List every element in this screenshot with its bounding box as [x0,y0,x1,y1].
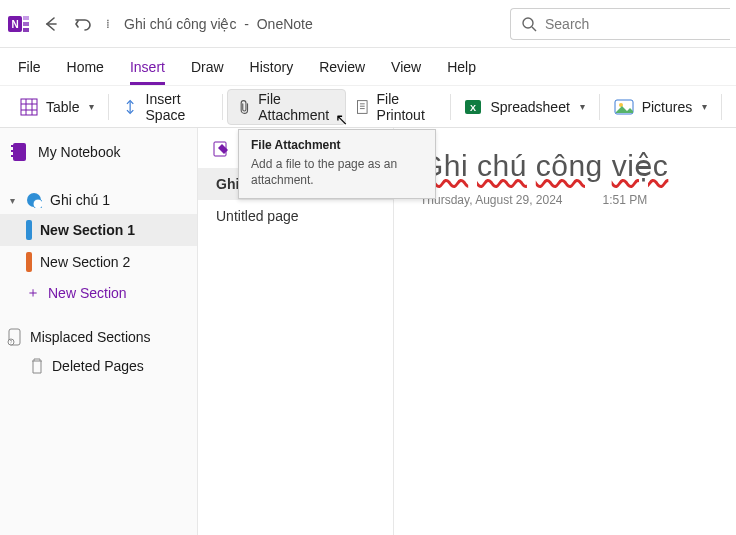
file-attachment-button[interactable]: File Attachment [227,89,346,125]
svg-text:N: N [11,19,18,30]
title-bar: N ⁞ Ghi chú công việc - OneNote Search [0,0,736,48]
section-row-2[interactable]: New Section 2 [0,246,197,278]
new-page-icon [212,140,230,158]
misplaced-sections-row[interactable]: ? Misplaced Sections [0,322,197,352]
separator [222,94,223,120]
svg-point-26 [33,199,42,208]
new-section-button[interactable]: ＋ New Section [0,278,197,308]
svg-text:?: ? [10,339,13,345]
paperclip-icon [238,98,251,116]
svg-text:X: X [470,103,476,113]
svg-rect-7 [21,99,37,115]
section-group-icon [26,192,42,208]
tooltip-title: File Attachment [251,138,423,152]
svg-rect-3 [23,22,29,26]
search-icon [521,16,537,32]
file-printout-button[interactable]: File Printout [346,89,446,125]
menu-help[interactable]: Help [447,59,476,75]
ribbon: Table ▾ Insert Space File Attachment Fil… [0,86,736,128]
svg-rect-13 [357,100,366,113]
menu-file[interactable]: File [18,59,41,75]
back-icon[interactable] [42,15,60,33]
deleted-pages-row[interactable]: Deleted Pages [0,352,197,380]
svg-rect-22 [11,145,14,147]
search-input[interactable]: Search [510,8,730,40]
notebook-icon [10,142,28,162]
onenote-app-icon: N [6,11,32,37]
section-group-row[interactable]: ▾ Ghi chú 1 [0,186,197,214]
svg-point-20 [619,103,623,107]
page-title[interactable]: Ghi chú công việc [420,148,710,183]
pictures-button[interactable]: Pictures ▾ [604,89,718,125]
tooltip-body: Add a file to the page as an attachment. [251,156,423,188]
chevron-down-icon: ▾ [580,101,585,112]
insert-space-icon [123,98,137,116]
table-icon [20,98,38,116]
tooltip: File Attachment Add a file to the page a… [238,129,436,199]
page-item[interactable]: Untitled page [198,200,393,232]
page-meta: Thursday, August 29, 2024 1:51 PM [420,193,710,207]
separator [721,94,722,120]
menu-insert[interactable]: Insert [130,59,165,75]
undo-icon[interactable] [74,15,92,33]
menu-review[interactable]: Review [319,59,365,75]
chevron-down-icon: ▾ [702,101,707,112]
menu-draw[interactable]: Draw [191,59,224,75]
separator [108,94,109,120]
window-title-app: OneNote [257,16,313,32]
menu-view[interactable]: View [391,59,421,75]
svg-rect-23 [11,150,14,152]
file-printout-icon [356,98,369,116]
trash-icon [30,358,44,374]
quick-access-toolbar: ⁞ [42,15,110,33]
page-canvas[interactable]: Ghi chú công việc Thursday, August 29, 2… [394,128,736,535]
chevron-down-icon: ▾ [6,195,18,206]
section-color-icon [26,252,32,272]
table-button[interactable]: Table ▾ [10,89,104,125]
chevron-down-icon: ▾ [89,101,94,112]
misplaced-icon: ? [6,328,22,346]
svg-rect-4 [23,28,29,32]
notebook-row[interactable]: My Notebook [0,134,197,170]
insert-space-button[interactable]: Insert Space [113,89,217,125]
window-title: Ghi chú công việc - OneNote [124,16,313,32]
svg-rect-21 [13,143,26,161]
svg-rect-2 [23,16,29,20]
sidebar: My Notebook ▾ Ghi chú 1 New Section 1 Ne… [0,128,198,535]
page-time: 1:51 PM [603,193,648,207]
separator [599,94,600,120]
qat-dropdown-icon[interactable]: ⁞ [106,17,110,31]
search-placeholder: Search [545,16,589,32]
menu-history[interactable]: History [250,59,294,75]
svg-line-6 [532,27,536,31]
svg-rect-24 [11,155,14,157]
section-row-1[interactable]: New Section 1 [0,214,197,246]
menu-home[interactable]: Home [67,59,104,75]
spreadsheet-icon: X [464,98,482,116]
separator [450,94,451,120]
pictures-icon [614,98,634,116]
window-title-doc: Ghi chú công việc [124,16,237,32]
page-date: Thursday, August 29, 2024 [420,193,563,207]
plus-icon: ＋ [26,284,40,302]
spreadsheet-button[interactable]: X Spreadsheet ▾ [454,89,594,125]
section-color-icon [26,220,32,240]
svg-point-5 [523,18,533,28]
menu-bar: File Home Insert Draw History Review Vie… [0,48,736,86]
